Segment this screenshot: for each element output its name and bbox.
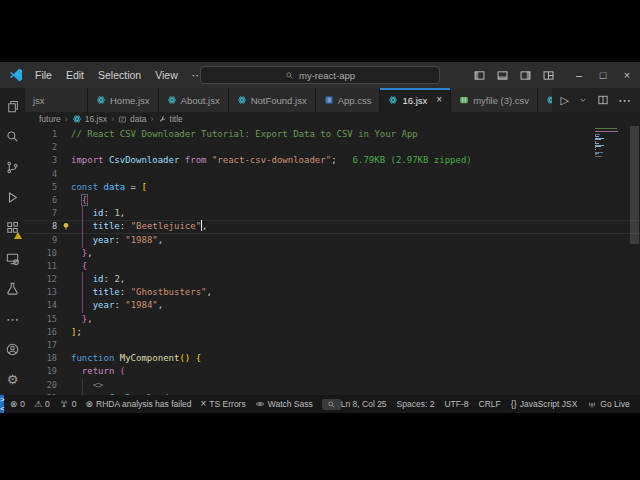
activity-source-control[interactable]: [0, 152, 25, 182]
status-cursor-position[interactable]: Ln 8, Col 25: [341, 399, 387, 409]
status-ports-count[interactable]: 0: [59, 399, 77, 409]
status-indentation[interactable]: Spaces: 2: [397, 399, 435, 409]
code-line-16[interactable]: 16];: [25, 326, 640, 339]
line-content: title: "Ghostbusters",: [71, 286, 212, 299]
code-line-11[interactable]: 11 {: [25, 260, 640, 273]
status-watch-sass[interactable]: Watch Sass: [255, 399, 313, 409]
split-editor-button[interactable]: [597, 94, 609, 106]
activity-extensions[interactable]: [0, 213, 25, 243]
activity-more[interactable]: ⋯: [0, 304, 25, 334]
breadcrumb-title[interactable]: title: [158, 114, 183, 124]
code-line-3[interactable]: 3import CsvDownloader from "react-csv-do…: [25, 154, 640, 167]
react-icon: [546, 95, 551, 105]
minimap[interactable]: [595, 128, 618, 157]
react-icon: [167, 95, 177, 105]
search-icon: [285, 71, 294, 80]
tab-notfound-jsx[interactable]: NotFound.jsx: [229, 88, 316, 112]
menu-file[interactable]: File: [28, 67, 59, 83]
close-button[interactable]: ×: [620, 70, 634, 81]
code-line-12[interactable]: 12 id: 2,: [25, 273, 640, 286]
code-line-17[interactable]: 17: [25, 339, 640, 352]
tab-label: About.jsx: [181, 95, 220, 106]
activity-run-debug[interactable]: [0, 182, 25, 212]
activity-account[interactable]: [0, 334, 25, 364]
activity-settings[interactable]: ⚙: [0, 365, 25, 395]
code-line-9[interactable]: 9 year: "1988",: [25, 234, 640, 247]
code-line-20[interactable]: 20 <>: [25, 379, 640, 392]
line-content: <>: [71, 379, 104, 392]
menu-view[interactable]: View: [148, 67, 185, 83]
code-editor[interactable]: 1// React CSV Downloader Tutorial: Expor…: [25, 126, 640, 395]
code-line-6[interactable]: 6 {: [25, 194, 640, 207]
tab-myfile-3-csv[interactable]: myfile (3).csv: [451, 88, 538, 112]
status-ts-errors[interactable]: ×TS Errors: [200, 399, 245, 409]
run-dropdown-button[interactable]: [578, 95, 588, 105]
tab-about-jsx[interactable]: About.jsx: [159, 88, 229, 112]
braces-icon: {}: [511, 400, 517, 409]
tab-label: NotFound.jsx: [251, 95, 307, 106]
minimap-line: [595, 149, 596, 150]
vertical-scrollbar[interactable]: [629, 126, 640, 395]
remote-indicator[interactable]: ><: [0, 395, 4, 413]
code-line-15[interactable]: 15 },: [25, 313, 640, 326]
activity-remote-explorer[interactable]: [0, 243, 25, 273]
code-line-10[interactable]: 10 },: [25, 247, 640, 260]
layout-panel-right-icon[interactable]: [519, 69, 532, 82]
status-language-mode[interactable]: {}JavaScript JSX: [511, 399, 578, 409]
status-eol[interactable]: CRLF: [479, 399, 501, 409]
line-content: year: "1984",: [71, 299, 163, 312]
code-line-19[interactable]: 19 return (: [25, 365, 640, 378]
layout-panel-bottom-icon[interactable]: [496, 69, 509, 82]
code-line-14[interactable]: 14 year: "1984",: [25, 299, 640, 312]
menu-selection[interactable]: Selection: [91, 67, 148, 83]
line-content: const data = [: [71, 181, 147, 194]
line-number: 4: [25, 168, 57, 181]
line-number: 20: [25, 379, 57, 392]
status-errors-count[interactable]: ⊗0: [10, 399, 25, 409]
titlebar-right: –□×: [473, 69, 634, 82]
breadcrumb-16-jsx[interactable]: 16.jsx: [72, 114, 107, 124]
command-center-search[interactable]: my-react-app: [200, 66, 440, 84]
layout-customize-icon[interactable]: [542, 69, 555, 82]
menu-edit[interactable]: Edit: [59, 67, 91, 83]
tab-home-jsx[interactable]: Home.jsx: [88, 88, 159, 112]
account-icon: [5, 342, 20, 357]
code-line-21[interactable]: 21 <CsvDownloader: [25, 392, 640, 395]
status-search-status[interactable]: [322, 399, 341, 410]
scrollbar-thumb[interactable]: [630, 126, 639, 244]
tab-main-jsx[interactable]: main.jsx: [538, 88, 551, 112]
status-rhda-status[interactable]: ⊗RHDA analysis has failed: [86, 399, 192, 409]
breadcrumb-separator: ›: [65, 114, 68, 124]
status-encoding[interactable]: UTF-8: [444, 399, 468, 409]
status-warnings-count[interactable]: ⚠0: [34, 399, 50, 409]
search-small-icon: [327, 400, 336, 409]
search-value: my-react-app: [299, 70, 355, 81]
code-line-13[interactable]: 13 title: "Ghostbusters",: [25, 286, 640, 299]
tab-jsx[interactable]: jsx: [25, 88, 88, 112]
minimize-button[interactable]: –: [572, 70, 586, 81]
breadcrumb-data[interactable]: data: [118, 114, 147, 124]
tab-close-icon[interactable]: ×: [436, 95, 442, 105]
maximize-button[interactable]: □: [596, 70, 610, 81]
activity-testing[interactable]: [0, 273, 25, 303]
code-line-2[interactable]: 2: [25, 141, 640, 154]
code-line-18[interactable]: 18function MyComponent() {: [25, 352, 640, 365]
code-line-1[interactable]: 1// React CSV Downloader Tutorial: Expor…: [25, 128, 640, 141]
line-number: 15: [25, 313, 57, 326]
code-line-7[interactable]: 7 id: 1,: [25, 207, 640, 220]
lightbulb-icon[interactable]: [61, 221, 71, 231]
layout-panel-left-icon[interactable]: [473, 69, 486, 82]
tab-16-jsx[interactable]: 16.jsx×: [380, 88, 451, 112]
code-line-5[interactable]: 5const data = [: [25, 181, 640, 194]
activity-explorer[interactable]: [0, 91, 25, 121]
activity-search[interactable]: [0, 121, 25, 151]
line-number: 8: [25, 220, 57, 233]
code-line-4[interactable]: 4: [25, 168, 640, 181]
code-line-8[interactable]: 8 title: "Beetlejuice",: [25, 220, 640, 233]
run-button[interactable]: ▷: [561, 95, 569, 106]
tab-app-css[interactable]: 3App.css: [316, 88, 381, 112]
more-actions-button[interactable]: ⋯: [618, 94, 631, 107]
status-go-live[interactable]: Go Live: [587, 399, 629, 409]
status-label: UTF-8: [444, 399, 468, 409]
breadcrumb-future[interactable]: future: [39, 114, 61, 124]
